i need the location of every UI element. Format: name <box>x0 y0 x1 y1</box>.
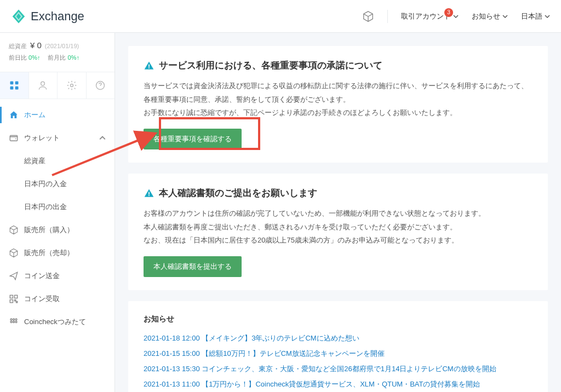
header-account[interactable]: 取引アカウント 3 <box>401 11 459 21</box>
header-lang[interactable]: 日本語 <box>521 11 550 21</box>
card-terms: サービス利用における、各種重要事項の承諾について 当サービスでは資金決済法及び犯… <box>128 46 548 163</box>
sidebar-balance-info: 総資産 ¥ 0 (2021/01/19) 前日比 0%↑ 前月比 0%↑ <box>0 33 115 67</box>
nav-sell[interactable]: 販売所（売却） <box>0 241 115 264</box>
sidebar: 総資産 ¥ 0 (2021/01/19) 前日比 0%↑ 前月比 0%↑ <box>0 33 115 392</box>
send-icon <box>9 271 19 281</box>
card-terms-title: サービス利用における、各種重要事項の承諾について <box>159 59 382 72</box>
logo-text: Exchange <box>31 9 84 24</box>
nav-receive-label: コイン受取 <box>24 294 60 304</box>
gear-icon <box>66 80 77 91</box>
help-icon <box>95 80 106 91</box>
nav-wallet-withdraw[interactable]: 日本円の出金 <box>0 195 115 218</box>
qr-icon <box>9 294 19 304</box>
nav-wallet-deposit[interactable]: 日本円の入金 <box>0 172 115 195</box>
confirm-terms-button[interactable]: 各種重要事項を確認する <box>144 129 242 149</box>
chevron-down-icon <box>453 14 459 19</box>
header-account-label: 取引アカウント <box>401 11 451 21</box>
logo[interactable]: Exchange <box>11 9 84 24</box>
svg-point-17 <box>10 321 12 323</box>
sidebar-tabs <box>0 72 115 99</box>
card-kyc-title: 本人確認書類のご提出をお願いします <box>159 187 317 199</box>
nav-sell-label: 販売所（売却） <box>24 248 74 258</box>
svg-point-16 <box>15 319 17 320</box>
news-item[interactable]: 2021-01-18 12:00 【メイキング】3年ぶりのテレビCMに込めた想い <box>144 331 533 346</box>
card-kyc: 本人確認書類のご提出をお願いします お客様のアカウントは住所の確認が完了していな… <box>128 174 548 290</box>
card-news: お知らせ 2021-01-18 12:00 【メイキング】3年ぶりのテレビCMに… <box>128 301 548 392</box>
card-terms-body: 当サービスでは資金決済法及び犯罪による収益の移転防止に関する法律の施行に伴い、サ… <box>144 79 533 120</box>
svg-rect-5 <box>10 87 13 90</box>
user-icon <box>37 80 48 91</box>
nav-tsumitate-label: Coincheckつみたて <box>24 317 86 327</box>
news-item[interactable]: 2021-01-13 15:30 コインチェック、東京・大阪・愛知など全国26都… <box>144 361 533 377</box>
nav-wallet[interactable]: ウォレット <box>0 126 115 149</box>
chevron-up-icon <box>99 135 106 141</box>
header-notice-label: お知らせ <box>472 11 500 21</box>
tab-help[interactable] <box>87 72 115 99</box>
svg-point-19 <box>15 321 17 323</box>
news-item[interactable]: 2021-01-13 11:00 【1万円から！】Coincheck貸仮想通貨サ… <box>144 377 533 392</box>
svg-rect-22 <box>148 192 150 194</box>
logo-icon <box>11 9 26 24</box>
svg-point-7 <box>41 82 45 85</box>
cube-icon <box>9 248 19 258</box>
nav-send[interactable]: コイン送金 <box>0 264 115 287</box>
news-title: お知らせ <box>144 314 533 324</box>
svg-rect-20 <box>148 64 150 67</box>
svg-rect-13 <box>10 300 13 303</box>
svg-rect-21 <box>148 67 150 68</box>
news-item[interactable]: 2021-01-15 15:00 【総額10万円！】テレビCM放送記念キャンペー… <box>144 346 533 361</box>
total-value: ¥ 0 <box>30 41 42 50</box>
mom-label: 前月比 <box>48 54 66 61</box>
main-content: サービス利用における、各種重要事項の承諾について 当サービスでは資金決済法及び犯… <box>115 33 561 392</box>
warning-icon <box>144 60 154 71</box>
nav-buy[interactable]: 販売所（購入） <box>0 218 115 241</box>
mom-value: 0%↑ <box>68 54 79 61</box>
total-label: 総資産 <box>9 42 27 50</box>
svg-rect-11 <box>10 295 13 298</box>
dod-label: 前日比 <box>9 54 27 61</box>
dod-value: 0%↑ <box>28 54 40 61</box>
svg-point-15 <box>13 319 15 320</box>
grid-icon <box>9 80 20 91</box>
tab-dashboard[interactable] <box>0 72 29 99</box>
svg-rect-3 <box>10 82 13 85</box>
svg-rect-23 <box>148 195 150 196</box>
submit-kyc-button[interactable]: 本人確認書類を提出する <box>144 256 242 277</box>
sidebar-nav: ホーム ウォレット 総資産 日本円の入金 日本円の出金 販売所（購入） 販売所（… <box>0 103 115 333</box>
home-icon <box>9 110 19 120</box>
svg-rect-12 <box>15 295 18 298</box>
svg-point-14 <box>10 319 12 320</box>
chevron-down-icon <box>502 14 508 19</box>
svg-rect-4 <box>15 82 18 85</box>
nav-wallet-label: ウォレット <box>24 133 60 143</box>
svg-rect-6 <box>15 87 18 90</box>
svg-point-8 <box>70 84 73 87</box>
card-kyc-body: お客様のアカウントは住所の確認が完了していないため、一部機能が利用できない状態と… <box>144 207 533 247</box>
tab-account[interactable] <box>29 72 58 99</box>
svg-point-18 <box>13 321 15 323</box>
stack-icon <box>9 317 19 327</box>
nav-tsumitate[interactable]: Coincheckつみたて <box>0 310 115 333</box>
nav-home[interactable]: ホーム <box>0 103 115 126</box>
header: Exchange 取引アカウント 3 お知らせ 日本語 <box>0 0 561 33</box>
news-list: 2021-01-18 12:00 【メイキング】3年ぶりのテレビCMに込めた想い… <box>144 331 533 392</box>
balance-date: (2021/01/19) <box>45 43 79 49</box>
cube-icon[interactable] <box>362 10 374 22</box>
nav-receive[interactable]: コイン受取 <box>0 287 115 310</box>
tab-settings[interactable] <box>58 72 87 99</box>
nav-home-label: ホーム <box>24 110 45 120</box>
account-badge: 3 <box>444 8 453 17</box>
header-notice[interactable]: お知らせ <box>472 11 508 21</box>
nav-buy-label: 販売所（購入） <box>24 225 74 235</box>
wallet-icon <box>9 133 19 143</box>
warning-icon <box>144 188 154 199</box>
cube-icon <box>9 225 19 235</box>
nav-send-label: コイン送金 <box>24 271 60 281</box>
chevron-down-icon <box>545 14 550 19</box>
svg-rect-10 <box>10 136 18 141</box>
header-lang-label: 日本語 <box>521 11 542 21</box>
nav-wallet-total[interactable]: 総資産 <box>0 149 115 172</box>
